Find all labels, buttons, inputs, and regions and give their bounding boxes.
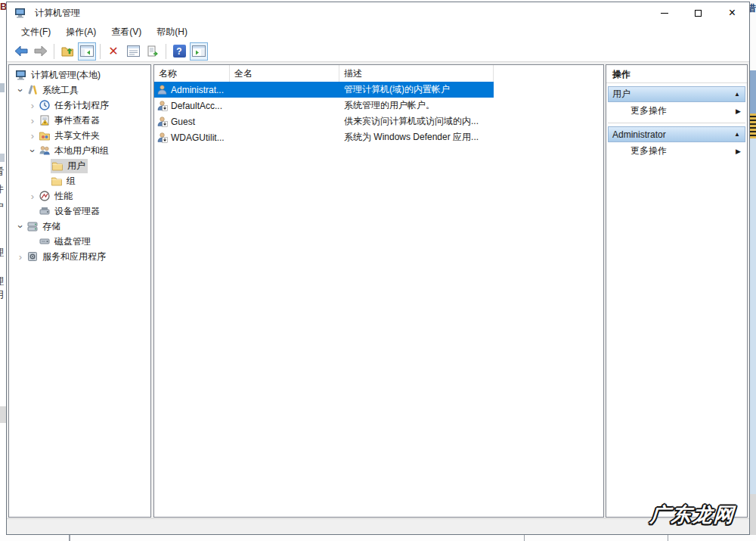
more-actions-administrator[interactable]: 更多操作 ▶ <box>608 142 745 160</box>
menu-item-view[interactable]: 查看(V) <box>104 23 149 41</box>
tree-item-storage[interactable]: › 存储 <box>9 219 150 234</box>
menu-item-help[interactable]: 帮助(H) <box>149 23 195 41</box>
user-row-guest[interactable]: Guest 供来宾访问计算机或访问域的内... <box>154 113 494 129</box>
delete-button[interactable]: ✕ <box>104 42 122 61</box>
console-main-area: 计算机管理(本地) › 系统工具 › 任务计划程序 <box>7 62 749 518</box>
folder-up-icon <box>61 45 74 57</box>
background-bottom-edge <box>0 535 756 541</box>
tree-item-label: 服务和应用程序 <box>42 250 106 263</box>
folder-icon <box>51 160 64 172</box>
background-left-edge: B: 看 件 户 理 理 用 <box>0 0 6 541</box>
minimize-icon <box>661 13 668 14</box>
collapse-up-icon[interactable]: ▲ <box>734 91 740 98</box>
event-viewer-icon <box>39 114 51 126</box>
tree-item-users[interactable]: › 用户 <box>9 158 150 173</box>
action-section-users[interactable]: 用户 ▲ <box>608 86 745 102</box>
tree-item-label: 组 <box>67 175 76 188</box>
background-fragment <box>0 154 5 162</box>
menu-item-action[interactable]: 操作(A) <box>58 23 104 41</box>
chevron-collapsed-icon[interactable]: › <box>14 252 26 262</box>
minimize-button[interactable] <box>647 2 681 23</box>
action-section-divider <box>608 123 745 123</box>
collapse-up-icon[interactable]: ▲ <box>734 131 740 138</box>
background-table-line <box>524 535 525 541</box>
forward-button[interactable] <box>32 42 50 61</box>
chevron-collapsed-icon[interactable]: › <box>26 191 39 201</box>
user-row-wdagutilityaccount[interactable]: WDAGUtilit... 系统为 Windows Defender 应用... <box>154 129 494 145</box>
background-fragment: 借 <box>750 2 756 15</box>
storage-icon <box>26 220 39 232</box>
tree-item-label: 任务计划程序 <box>54 99 109 112</box>
user-description: 管理计算机(域)的内置帐户 <box>339 83 494 96</box>
tree-item-label: 设备管理器 <box>54 205 100 218</box>
background-fragment: 理 <box>0 275 6 288</box>
toolbar-separator <box>100 44 101 59</box>
user-description: 系统管理的用户帐户。 <box>339 99 494 112</box>
tree-item-computer-management[interactable]: 计算机管理(本地) <box>9 67 150 82</box>
status-bar <box>7 518 749 534</box>
help-icon: ? <box>173 45 186 58</box>
tree-item-local-users-and-groups[interactable]: › 本地用户和组 <box>9 143 150 158</box>
column-header-name[interactable]: 名称 <box>154 65 230 82</box>
folder-icon <box>51 175 63 187</box>
console-tree-panel: 计算机管理(本地) › 系统工具 › 任务计划程序 <box>8 64 151 518</box>
tree-item-services-and-applications[interactable]: › 服务和应用程序 <box>9 249 150 264</box>
chevron-collapsed-icon[interactable]: › <box>26 131 39 141</box>
user-row-administrator[interactable]: Administrat... 管理计算机(域)的内置帐户 <box>154 82 494 98</box>
tree-item-label: 性能 <box>54 190 73 203</box>
up-one-level-button[interactable] <box>58 42 76 61</box>
task-scheduler-icon <box>39 99 51 111</box>
tree-item-event-viewer[interactable]: › 事件查看器 <box>9 113 150 128</box>
delete-x-icon: ✕ <box>108 45 118 58</box>
tree-item-task-scheduler[interactable]: › 任务计划程序 <box>9 98 150 113</box>
menu-item-file[interactable]: 文件(F) <box>14 23 58 41</box>
background-fragment <box>750 113 756 138</box>
column-header-fullname[interactable]: 全名 <box>230 65 339 82</box>
close-button[interactable]: × <box>715 2 749 23</box>
tree-item-label: 用户 <box>67 160 85 173</box>
action-section-administrator[interactable]: Administrator ▲ <box>608 126 745 142</box>
performance-icon <box>39 190 51 202</box>
tree-item-label: 磁盘管理 <box>54 235 91 248</box>
background-fragment <box>750 70 756 116</box>
user-description: 供来宾访问计算机或访问域的内... <box>339 115 494 128</box>
local-users-groups-icon <box>39 145 51 157</box>
tree-item-label: 本地用户和组 <box>54 145 109 157</box>
watermark: 广东龙网 <box>649 502 736 528</box>
window-title: 计算机管理 <box>35 7 647 20</box>
tree-item-disk-management[interactable]: › 磁盘管理 <box>9 234 150 249</box>
tree-item-system-tools[interactable]: › 系统工具 <box>9 82 150 98</box>
chevron-expanded-icon[interactable]: › <box>28 145 38 157</box>
chevron-expanded-icon[interactable]: › <box>16 84 26 96</box>
services-icon <box>26 250 39 263</box>
user-row-defaultaccount[interactable]: DefaultAcc... 系统管理的用户帐户。 <box>154 98 494 113</box>
column-header-description[interactable]: 描述 <box>339 65 494 82</box>
chevron-collapsed-icon[interactable]: › <box>26 116 39 126</box>
menu-bar: 文件(F) 操作(A) 查看(V) 帮助(H) <box>7 23 749 41</box>
tree-selection-highlight: 用户 <box>51 159 88 173</box>
back-arrow-icon <box>14 45 28 57</box>
computer-icon <box>14 7 26 19</box>
tree-item-performance[interactable]: › 性能 <box>9 188 150 204</box>
action-pane-icon <box>192 45 206 57</box>
show-console-tree-button[interactable] <box>78 42 96 61</box>
back-button[interactable] <box>12 42 30 61</box>
background-fragment <box>750 138 756 494</box>
properties-button[interactable] <box>124 42 142 61</box>
computer-management-window: 计算机管理 × 文件(F) 操作(A) 查看(V) 帮助(H) <box>6 2 750 535</box>
user-name: Guest <box>171 117 195 127</box>
tree-item-groups[interactable]: › 组 <box>9 173 150 188</box>
title-bar[interactable]: 计算机管理 × <box>7 2 749 23</box>
show-action-pane-button[interactable] <box>190 42 208 61</box>
tree-item-device-manager[interactable]: › 设备管理器 <box>9 204 150 219</box>
background-fragment <box>750 494 756 541</box>
maximize-button[interactable] <box>681 2 715 23</box>
help-button[interactable]: ? <box>170 42 188 61</box>
export-list-button[interactable] <box>144 42 162 61</box>
tree-item-shared-folders[interactable]: › 共享文件夹 <box>9 128 150 143</box>
more-actions-users[interactable]: 更多操作 ▶ <box>608 102 745 120</box>
chevron-collapsed-icon[interactable]: › <box>26 101 39 110</box>
user-disabled-icon <box>156 116 168 127</box>
tools-icon <box>26 84 39 96</box>
chevron-expanded-icon[interactable]: › <box>16 220 26 232</box>
